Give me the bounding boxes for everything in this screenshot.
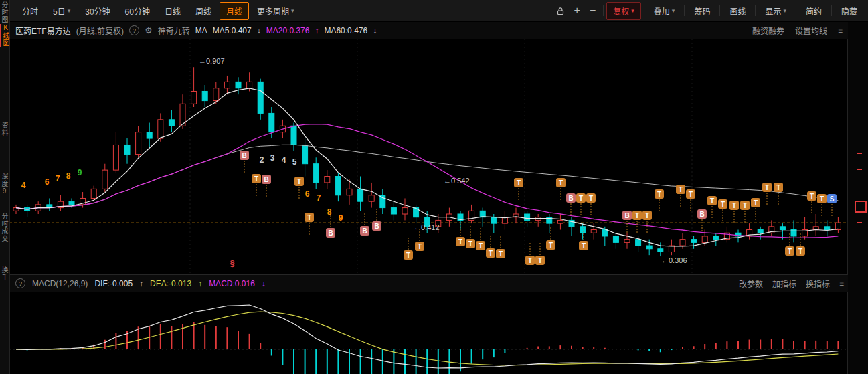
svg-text:T: T [549,242,553,249]
toolbar-divider [644,5,644,16]
sell-signal-marker: T [496,236,505,258]
sidebar-vtab-1[interactable]: K线图 [0,24,11,47]
svg-text:T: T [582,242,586,250]
ma20-value: MA20:0.376 [266,26,310,35]
svg-text:6: 6 [305,189,310,199]
sidebar-vtab-2[interactable]: 资料 [0,122,9,136]
menu-icon[interactable]: ≡ [838,26,843,35]
svg-text:T: T [765,184,769,191]
right-strip-handle[interactable] [855,201,867,213]
draw-line-label: 画线 [729,5,746,17]
help-icon[interactable]: ? [129,25,139,35]
macd-value: MACD:0.016 [209,279,255,288]
buy-signal-marker: B [326,215,335,238]
svg-text:T: T [754,199,758,207]
set-ma-link[interactable]: 设置均线 [795,25,827,36]
period-60min-label: 60分钟 [125,5,150,17]
price-annotation: ←0.306 [661,256,687,264]
hide-label: 隐藏 [841,5,857,17]
buy-signal-marker: B [566,193,576,215]
chevron-down-icon: ▾ [672,7,675,14]
buy-signal-marker: B [360,213,369,236]
tool-group: + − 复权▾ 叠加▾ 筹码 画线 显示▾ 简约 隐藏 [551,2,868,20]
macd-svg [9,292,848,374]
lock-icon[interactable] [551,4,570,18]
sell-signal-marker: T [740,201,750,223]
display-button[interactable]: 显示▾ [758,2,793,20]
zoom-out-button[interactable]: − [585,4,600,17]
sidebar-vtab-5[interactable]: 换手 [0,266,9,281]
svg-text:8: 8 [66,171,71,181]
switch-indicator-button[interactable]: 换指标 [806,278,830,289]
sidebar-vtab-0[interactable]: 分时图 [0,1,9,23]
sidebar-vtab-4[interactable]: 分时成交 [0,213,9,242]
svg-text:B: B [699,211,704,218]
ma60-down-arrow-icon: ↓ [373,26,377,35]
svg-text:T: T [579,195,583,202]
magic-nine-turn-label[interactable]: 神奇九转 [158,25,190,36]
period-fenshi[interactable]: 分时 [15,2,45,20]
sell-signal-marker: T [466,226,475,248]
more-periods-button[interactable]: 更多周期▾ [250,2,301,20]
period-monthly[interactable]: 月线 [220,2,249,20]
buy-signal-marker: B [372,209,381,231]
sidebar-vtab-3[interactable]: 深度9 [0,173,9,195]
chevron-down-icon: ▾ [631,7,634,14]
macd-header-right-group: 改参数 加指标 换指标 ≡ [739,278,848,289]
svg-text:T: T [468,240,472,248]
help-icon[interactable]: ? [15,278,25,288]
period-weekly-label: 周线 [195,5,211,17]
svg-text:B: B [568,195,573,202]
svg-text:T: T [732,202,736,209]
toolbar-divider [755,5,756,16]
buy-signal-marker: B [262,175,271,197]
macd-chart[interactable] [9,292,848,374]
sell-signal-marker: T [456,224,465,246]
sell-signal-marker: T [774,183,783,205]
svg-text:T: T [479,242,483,250]
dif-value: DIF:-0.005 [94,279,133,288]
svg-text:7: 7 [317,193,321,203]
add-indicator-button[interactable]: 加指标 [772,278,796,289]
svg-text:T: T [517,179,521,187]
sell-order-marker: S [827,194,837,216]
period-60min[interactable]: 60分钟 [118,2,157,20]
indicator-bar: 医药ETF易方达 (月线,前复权) ? ⚙ 神奇九转 MA MA5:0.407 … [10,22,848,39]
period-weekly[interactable]: 周线 [189,2,218,20]
svg-text:T: T [810,193,814,200]
zoom-in-button[interactable]: + [570,4,585,17]
toolbar-divider [684,5,685,16]
draw-line-button[interactable]: 画线 [723,2,752,20]
sell-signal-marker: T [655,189,664,211]
menu-icon[interactable]: ≡ [839,279,844,288]
right-strip[interactable] [847,21,868,374]
period-group: 分时 5日▾ 30分钟 60分钟 日线 周线 月线 更多周期▾ [10,2,301,20]
sell-signal-marker: T [817,194,827,216]
period-5day[interactable]: 5日▾ [46,2,77,20]
svg-text:5: 5 [292,157,297,167]
instrument-title: 医药ETF易方达 [15,25,71,36]
svg-text:6: 6 [45,177,50,187]
period-30min[interactable]: 30分钟 [78,2,116,20]
simple-mode-label: 简约 [806,5,822,17]
change-params-button[interactable]: 改参数 [739,278,763,289]
sell-signal-marker: T [785,233,794,256]
chip-distribution-button[interactable]: 筹码 [687,2,717,20]
adjust-price-button[interactable]: 复权▾ [606,2,641,20]
sell-signal-marker: T [415,229,424,251]
period-daily[interactable]: 日线 [158,2,187,20]
svg-text:B: B [624,212,629,219]
dea-value: DEA:-0.013 [150,279,191,288]
candlestick-chart[interactable]: TTTTTTTTTTTTTTTTTTTTTTTTTTTTTTTTTTBBBBBB… [9,39,848,274]
svg-text:3: 3 [270,153,275,163]
price-annotation: ←0.412 [414,223,440,231]
lock-icon-svg [556,7,565,15]
chip-distribution-label: 筹码 [694,5,710,17]
simple-mode-button[interactable]: 简约 [799,2,829,20]
svg-text:T: T [710,197,714,205]
hide-button[interactable]: 隐藏 [835,2,864,20]
margin-trading-link[interactable]: 融资融券 [752,25,784,36]
overlay-button[interactable]: 叠加▾ [647,2,682,20]
gear-icon[interactable]: ⚙ [145,25,153,35]
sell-signal-marker: T [796,233,805,256]
